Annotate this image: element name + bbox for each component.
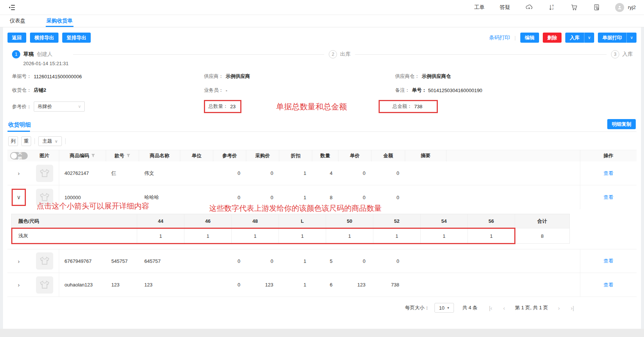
ref-price-select[interactable]: 吊牌价 ∨ [34,101,85,112]
inbound-button[interactable]: 入库 [565,33,584,43]
sku-total-cell: 8 [515,228,569,243]
edit-button[interactable]: 编辑 [520,33,539,43]
name-cell: 645757 [139,249,180,273]
total-qty-highlight-box: 总数量： 23 [204,100,241,113]
field-label: 参考价： [12,103,31,110]
product-image-placeholder[interactable] [36,252,53,270]
step-connector [73,54,325,55]
theme-select[interactable]: 主题 ∨ [38,136,62,146]
header-label: 商品编码 [70,152,89,159]
unit-cell [180,185,213,209]
qty-cell: 6 [312,273,338,297]
expand-row-button[interactable]: › [13,279,24,291]
prev-page-button[interactable]: ‹ [500,305,508,311]
filter-icon[interactable] [91,153,95,159]
field-label: 供应商： [204,73,223,80]
sku-subtable-wrap: 这些数字代表上游发给你的该颜色该尺码的商品数量 颜色/尺码 44 46 48 L… [11,214,570,244]
summary-cell [405,249,446,273]
style-cell: 123 [106,273,139,297]
menu-fold-icon[interactable] [8,4,16,11]
action-cell: 查看 [580,161,637,185]
sku-data-row: 浅灰 1 1 1 1 1 1 1 1 8 [12,228,569,243]
expand-row-button[interactable]: › [13,255,24,267]
section-title[interactable]: 收货明细 [7,119,31,131]
sku-qty-cell: 1 [468,228,515,243]
sku-size-header: 54 [421,214,468,228]
view-link[interactable]: 查看 [604,170,613,177]
header-ref-price: 参考价 [213,150,246,161]
tab-bar: 仪表盘 采购收货单 [0,15,644,27]
collapse-row-button[interactable]: ∨ [13,192,24,203]
discount-cell: 1 [279,249,312,273]
menu-work-order[interactable]: 工单 [474,4,485,11]
header-code[interactable]: 商品编码 [59,150,106,161]
first-page-button[interactable]: |‹ [487,305,495,311]
sku-header-row: 颜色/尺码 44 46 48 L 50 52 54 56 合计 [12,214,569,228]
image-cell [30,161,59,185]
amount-cell: 0 [371,249,405,273]
detail-copy-button[interactable]: 明细复制 [607,119,636,129]
tab-dashboard[interactable]: 仪表盘 [10,15,25,27]
view-link[interactable]: 查看 [604,282,613,288]
view-link[interactable]: 查看 [604,194,613,201]
column-settings-button[interactable]: 列 [8,136,18,146]
cart-icon[interactable] [570,4,578,11]
supplier-warehouse-field: 供应商仓： 示例供应商仓 [395,72,637,81]
cloud-download-icon[interactable] [525,4,533,11]
amount-cell: 738 [371,273,405,297]
toggle-switch[interactable]: 关闭 [10,152,28,160]
menu-qa[interactable]: 答疑 [500,4,510,11]
inbound-split-button[interactable]: 入库 ∨ [565,33,594,43]
supplier-field: 供应商： 示例供应商 [204,72,395,81]
detail-section-head: 收货明细 明细复制 [7,119,637,132]
unit-cell [180,249,213,273]
back-button[interactable]: 返回 [7,33,26,43]
expand-cell: › [7,273,30,297]
doc-print-button[interactable]: 单据打印 [598,33,626,43]
divider: | [514,35,515,40]
header-style[interactable]: 款号 [106,150,139,161]
ref-price-cell: 0 [213,161,246,185]
step-connector [355,54,607,55]
sku-color-cell: 浅灰 [12,228,137,243]
table-header-row: 关闭 图片 商品编码 款号 商品名称 单位 参考价 采购价 折扣 数量 单价 金… [7,150,637,161]
expand-row-button[interactable]: › [13,168,24,179]
chevron-down-icon[interactable]: ∨ [626,33,637,43]
export-vertical-button[interactable]: 竖排导出 [62,33,91,43]
step-timestamp: 2026-01-14 15:21:31 [23,61,69,66]
avatar[interactable] [615,3,624,12]
summary-cell [405,273,446,297]
sku-corner-header: 颜色/尺码 [12,214,137,228]
tab-purchase-receipt[interactable]: 采购收货单 [46,15,73,27]
action-toolbar: 返回 横排导出 竖排导出 条码打印 | 编辑 删除 入库 ∨ 单据打印 ∨ [7,27,637,43]
weight-button[interactable]: 重 [21,136,31,146]
delete-button[interactable]: 删除 [543,33,562,43]
header-amount: 金额 [371,150,405,161]
field-label: 单据号： [12,73,31,80]
purchase-receipt-page: 返回 横排导出 竖排导出 条码打印 | 编辑 删除 入库 ∨ 单据打印 ∨ 1 … [3,27,641,329]
barcode-print-link[interactable]: 条码打印 [489,34,510,41]
toggle-knob [11,153,17,159]
filter-icon[interactable] [126,153,130,159]
page-size-select[interactable]: 10 ▼ [434,303,454,313]
sort-az-icon[interactable]: AZ [548,4,555,11]
header-unit-price: 单价 [338,150,371,161]
step-subtitle: 创建人 [37,51,52,58]
header-qty: 数量 [312,150,338,161]
product-image-placeholder[interactable] [36,165,53,182]
doc-search-icon[interactable] [593,4,600,11]
sku-qty-cell: 1 [373,228,421,243]
next-page-button[interactable]: › [555,305,563,311]
code-cell: ouhaolan123 [59,273,106,297]
table-row: › ouhaolan123 123 123 0 123 1 6 123 738 … [7,273,637,297]
view-link[interactable]: 查看 [604,258,613,264]
step-outbound: 2 出库 [329,50,350,58]
username[interactable]: ryj2 [628,4,636,10]
step-number: 2 [329,50,337,58]
svg-text:Z: Z [552,7,554,10]
last-page-button[interactable]: ›| [568,305,577,311]
export-horizontal-button[interactable]: 横排导出 [30,33,58,43]
doc-print-split-button[interactable]: 单据打印 ∨ [598,33,637,43]
product-image-placeholder[interactable] [36,276,53,294]
chevron-down-icon[interactable]: ∨ [584,33,594,43]
